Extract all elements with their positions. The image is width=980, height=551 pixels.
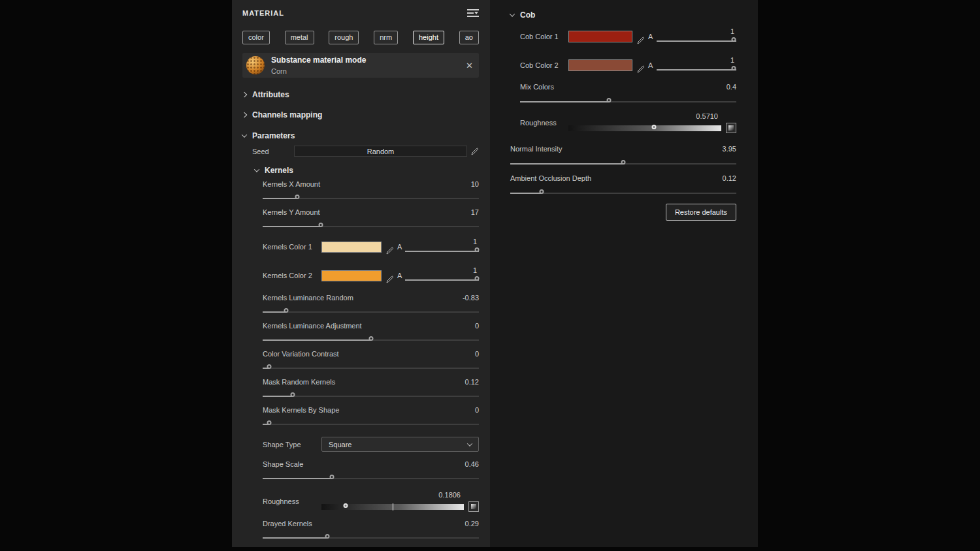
channel-height-button[interactable]: height (413, 31, 444, 44)
section-cob[interactable]: Cob (510, 10, 736, 19)
channel-color-button[interactable]: color (242, 31, 270, 44)
section-parameters[interactable]: Parameters (242, 131, 479, 140)
kernels-luminance-adjustment-slider[interactable] (263, 336, 479, 343)
slider-knob[interactable] (368, 336, 373, 341)
section-kernels[interactable]: Kernels (255, 166, 479, 174)
channel-nrm-button[interactable]: nrm (374, 31, 398, 44)
slider-knob[interactable] (606, 98, 611, 102)
mode-card-subtitle: Corn (271, 67, 366, 75)
slider-knob[interactable] (652, 125, 657, 129)
kernels-y-amount-slider[interactable] (263, 223, 479, 230)
slider-knob[interactable] (732, 66, 736, 71)
param-value[interactable]: 0.5710 (568, 112, 736, 121)
param-label: Cob Color 2 (520, 56, 568, 77)
param-label: Shape Type (263, 441, 321, 449)
mask-random-kernels-slider[interactable] (263, 392, 479, 400)
color-variation-contrast-slider[interactable] (263, 364, 479, 371)
eyedropper-icon[interactable] (386, 272, 394, 287)
slider-fill (263, 311, 286, 313)
mask-kernels-by-shape-slider[interactable] (263, 420, 479, 428)
section-attributes[interactable]: Attributes (242, 90, 479, 99)
alpha-value[interactable]: 1 (405, 266, 479, 275)
slider-knob[interactable] (474, 247, 479, 252)
param-value[interactable]: -0.83 (463, 294, 479, 302)
slider-knob[interactable] (325, 534, 330, 539)
alpha-slider[interactable] (657, 66, 736, 73)
param-value[interactable]: 0.12 (465, 378, 479, 386)
slider-knob[interactable] (267, 420, 271, 425)
alpha-value[interactable]: 1 (405, 238, 479, 246)
ramp-icon[interactable] (468, 501, 479, 512)
alpha-slider[interactable] (405, 247, 479, 255)
eyedropper-icon[interactable] (386, 243, 394, 259)
param-value[interactable]: 0.29 (465, 520, 479, 528)
slider-knob[interactable] (291, 392, 295, 397)
channel-metal-button[interactable]: metal (285, 31, 314, 44)
material-mode-card[interactable]: Substance material mode Corn ✕ (242, 53, 479, 78)
slider-knob[interactable] (319, 223, 323, 227)
restore-defaults-button[interactable]: Restore defaults (666, 204, 736, 221)
param-row-cob-color-2: Cob Color 2 A 1 (520, 56, 736, 77)
param-value[interactable]: 0.4 (727, 83, 736, 91)
param-label: Mask Kernels By Shape (263, 406, 339, 415)
close-icon[interactable]: ✕ (466, 61, 473, 71)
param-value[interactable]: 0 (475, 350, 479, 358)
channel-rough-button[interactable]: rough (329, 31, 359, 44)
slider-knob[interactable] (732, 37, 736, 42)
pencil-icon[interactable] (471, 148, 479, 155)
slider-track (510, 193, 736, 194)
param-value[interactable]: 10 (471, 180, 479, 189)
material-header: MATERIAL (242, 8, 479, 18)
cob-panel: Cob Cob Color 1 A 1 Cob Color 2 A 1 (490, 0, 758, 547)
seed-input[interactable] (294, 146, 467, 157)
slider-fill (263, 198, 297, 199)
slider-track (263, 311, 479, 313)
slider-knob[interactable] (267, 364, 271, 369)
alpha-slider[interactable] (405, 276, 479, 283)
slider-knob[interactable] (344, 503, 348, 508)
param-value[interactable]: 0.12 (723, 174, 736, 183)
preset-menu-icon[interactable] (467, 9, 479, 18)
slider-fill (520, 101, 609, 102)
param-value[interactable]: 17 (471, 208, 479, 217)
param-value[interactable]: 0.1806 (321, 491, 479, 499)
param-value[interactable]: 0 (475, 406, 479, 415)
normal-intensity-slider[interactable] (510, 160, 736, 167)
channel-ao-button[interactable]: ao (459, 31, 479, 44)
param-label: Kernels Color 1 (263, 238, 321, 259)
eyedropper-icon[interactable] (637, 33, 645, 48)
mix-colors-slider[interactable] (520, 98, 736, 105)
eyedropper-icon[interactable] (637, 61, 645, 77)
slider-knob[interactable] (284, 308, 289, 313)
slider-knob[interactable] (474, 276, 479, 281)
slider-fill (263, 396, 293, 397)
section-channels-mapping[interactable]: Channels mapping (242, 110, 479, 119)
alpha-value[interactable]: 1 (657, 56, 736, 65)
ramp-icon[interactable] (726, 123, 736, 133)
cob-color-2-swatch[interactable] (568, 59, 632, 71)
param-value[interactable]: 0 (475, 322, 479, 330)
param-row-kernels-color-1: Kernels Color 1 A 1 (263, 238, 479, 259)
kernels-luminance-random-slider[interactable] (263, 308, 479, 315)
shape-type-dropdown[interactable]: Square (321, 437, 479, 452)
shape-scale-slider[interactable] (263, 475, 479, 482)
slider-knob[interactable] (329, 475, 334, 479)
kernels-color-1-swatch[interactable] (321, 242, 382, 253)
slider-fill (263, 339, 371, 341)
slider-knob[interactable] (621, 160, 626, 165)
cob-color-1-swatch[interactable] (568, 31, 632, 42)
kernels-color-2-swatch[interactable] (321, 270, 382, 281)
ambient-occlusion-depth-slider[interactable] (510, 189, 736, 197)
param-value[interactable]: 3.95 (723, 145, 736, 153)
param-label: Kernels Luminance Random (263, 294, 353, 302)
roughness-gradient-slider[interactable] (321, 504, 464, 510)
kernels-x-amount-slider[interactable] (263, 195, 479, 202)
alpha-value[interactable]: 1 (657, 27, 736, 36)
roughness-gradient-slider[interactable] (568, 125, 721, 131)
param-row-shape-scale: Shape Scale 0.46 (263, 460, 479, 482)
param-value[interactable]: 0.46 (465, 460, 479, 469)
drayed-kernels-slider[interactable] (263, 534, 479, 541)
slider-knob[interactable] (295, 195, 299, 199)
alpha-slider[interactable] (657, 37, 736, 44)
slider-knob[interactable] (540, 189, 544, 194)
